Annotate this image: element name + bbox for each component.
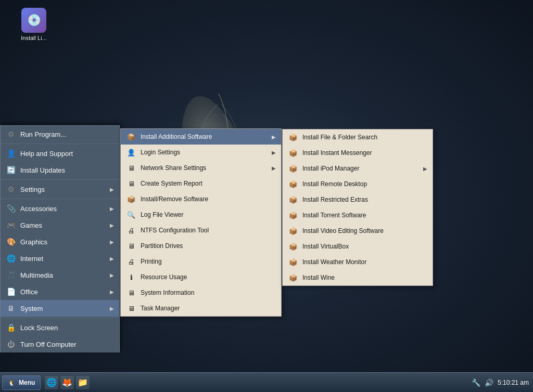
menu-item-run[interactable]: ⚙ Run Program... bbox=[1, 126, 119, 142]
taskbar: 🐧 Menu 🌐 🦊 📁 🔧 🔊 5:10:21 am bbox=[0, 372, 533, 392]
file-folder-search-icon: 📦 bbox=[288, 132, 298, 142]
menu-item-turnoff[interactable]: ⏻ Turn Off Computer bbox=[1, 336, 119, 352]
install-additional-icon: 📦 bbox=[126, 132, 136, 142]
submenu-item-printing[interactable]: 🖨 Printing bbox=[121, 254, 281, 269]
menu-item-games[interactable]: 🎮 Games ▶ bbox=[1, 217, 119, 233]
submenu-item-restricted-extras-label: Install Restricted Extras bbox=[302, 196, 368, 203]
system-submenu: 📦 Install Additional Software ▶ 📦 Instal… bbox=[120, 128, 282, 317]
login-settings-arrow: ▶ bbox=[272, 150, 276, 155]
internet-icon: 🌐 bbox=[6, 253, 16, 264]
submenu-item-remote-desktop-label: Install Remote Desktop bbox=[302, 180, 367, 188]
submenu-item-install-additional[interactable]: 📦 Install Additional Software ▶ 📦 Instal… bbox=[121, 129, 281, 145]
submenu-item-resource-label: Resource Usage bbox=[141, 273, 187, 281]
submenu-item-log-viewer[interactable]: 🔍 Log File Viewer bbox=[121, 207, 281, 223]
submenu-item-taskmanager[interactable]: 🖥 Task Manager bbox=[121, 300, 281, 316]
updates-icon: 🔄 bbox=[6, 165, 16, 175]
submenu-item-network-share-label: Network Share Settings bbox=[141, 164, 206, 172]
menu-item-updates-label: Install Updates bbox=[20, 166, 65, 174]
turnoff-icon: ⏻ bbox=[6, 339, 16, 349]
printing-icon: 🖨 bbox=[126, 256, 136, 267]
submenu-item-instant-messenger-label: Install Instant Messenger bbox=[302, 149, 372, 156]
ntfs-icon: 🖨 bbox=[126, 225, 136, 236]
restricted-extras-icon: 📦 bbox=[288, 194, 298, 205]
internet-arrow: ▶ bbox=[110, 256, 114, 262]
menu-item-settings-label: Settings bbox=[20, 186, 45, 193]
menu-item-internet[interactable]: 🌐 Internet ▶ bbox=[1, 250, 119, 267]
submenu-item-resource[interactable]: ℹ Resource Usage bbox=[121, 269, 281, 285]
system-arrow: ▶ bbox=[110, 306, 114, 311]
submenu-item-log-viewer-label: Log File Viewer bbox=[141, 211, 184, 218]
submenu-item-taskmanager-label: Task Manager bbox=[141, 305, 180, 312]
submenu-item-wine-label: Install Wine bbox=[302, 274, 335, 281]
taskbar-system-tray: 🔧 🔊 5:10:21 am bbox=[472, 378, 533, 387]
network-share-arrow: ▶ bbox=[272, 165, 276, 171]
desktop: 💿 Install Li... ⚙ Run Program... 👤 Help … bbox=[0, 0, 533, 392]
submenu-item-video-editing-label: Install Video Editing Software bbox=[302, 227, 384, 234]
menu-item-turnoff-label: Turn Off Computer bbox=[20, 341, 77, 348]
submenu-item-create-report-label: Create System Report bbox=[141, 180, 202, 187]
menu-item-multimedia[interactable]: 🎵 Multimedia ▶ bbox=[1, 267, 119, 283]
office-icon: 📄 bbox=[6, 286, 16, 297]
virtualbox-icon: 📦 bbox=[288, 241, 298, 252]
tray-icon-volume[interactable]: 🔊 bbox=[485, 378, 493, 387]
install-software-submenu: 📦 Install File & Folder Search 📦 Install… bbox=[282, 129, 433, 286]
submenu-item-partition[interactable]: 🖥 Partition Drives bbox=[121, 238, 281, 254]
submenu-item-file-folder-search[interactable]: 📦 Install File & Folder Search bbox=[283, 129, 433, 145]
install-additional-arrow: ▶ bbox=[272, 134, 276, 140]
menu-item-help[interactable]: 👤 Help and Support bbox=[1, 145, 119, 162]
taskbar-icon-browser[interactable]: 🦊 bbox=[60, 376, 74, 389]
submenu-item-virtualbox[interactable]: 📦 Install VirtualBox bbox=[283, 239, 433, 254]
wine-icon: 📦 bbox=[288, 272, 298, 283]
menu-item-run-label: Run Program... bbox=[20, 130, 66, 138]
submenu-item-partition-label: Partition Drives bbox=[141, 242, 183, 250]
torrent-icon: 📦 bbox=[288, 210, 298, 220]
submenu-item-video-editing[interactable]: 📦 Install Video Editing Software bbox=[283, 223, 433, 239]
submenu-item-install-remove[interactable]: 📦 Install/Remove Software bbox=[121, 191, 281, 207]
submenu-item-wine[interactable]: 📦 Install Wine bbox=[283, 270, 433, 285]
submenu-item-restricted-extras[interactable]: 📦 Install Restricted Extras bbox=[283, 192, 433, 207]
menu-item-graphics[interactable]: 🎨 Graphics ▶ bbox=[1, 233, 119, 250]
submenu-item-login-settings[interactable]: 👤 Login Settings ▶ bbox=[121, 145, 281, 160]
menu-item-accessories[interactable]: 📎 Accessories ▶ bbox=[1, 200, 119, 217]
taskbar-icon-files[interactable]: 📁 bbox=[76, 376, 90, 389]
run-icon: ⚙ bbox=[6, 129, 16, 139]
submenu-item-torrent[interactable]: 📦 Install Torrent Software bbox=[283, 207, 433, 223]
start-menu-panel: ⚙ Run Program... 👤 Help and Support 🔄 In… bbox=[0, 125, 120, 352]
menu-item-settings[interactable]: ⚙ Settings ▶ bbox=[1, 181, 119, 198]
submenu-item-network-share[interactable]: 🖥 Network Share Settings ▶ bbox=[121, 160, 281, 176]
menu-item-lockscreen-label: Lock Screen bbox=[20, 324, 58, 332]
menu-item-help-label: Help and Support bbox=[20, 150, 73, 158]
system-icon: 🖥 bbox=[6, 303, 16, 313]
separator-2 bbox=[1, 179, 119, 180]
create-report-icon: 🖥 bbox=[126, 178, 136, 189]
menu-item-lockscreen[interactable]: 🔒 Lock Screen bbox=[1, 319, 119, 336]
instant-messenger-icon: 📦 bbox=[288, 148, 298, 158]
submenu-item-remote-desktop[interactable]: 📦 Install Remote Desktop bbox=[283, 176, 433, 192]
submenu-item-create-report[interactable]: 🖥 Create System Report bbox=[121, 176, 281, 191]
menu-item-system[interactable]: 🖥 System ▶ 📦 Install Additional Software… bbox=[1, 300, 119, 317]
submenu-item-ntfs[interactable]: 🖨 NTFS Configuration Tool bbox=[121, 223, 281, 238]
desktop-icon-install[interactable]: 💿 Install Li... bbox=[16, 8, 52, 41]
multimedia-arrow: ▶ bbox=[110, 272, 114, 278]
office-arrow: ▶ bbox=[110, 289, 114, 295]
settings-icon: ⚙ bbox=[6, 184, 16, 194]
login-settings-icon: 👤 bbox=[126, 147, 136, 158]
partition-icon: 🖥 bbox=[126, 241, 136, 251]
submenu-item-weather-monitor[interactable]: 📦 Install Weather Monitor bbox=[283, 254, 433, 270]
log-viewer-icon: 🔍 bbox=[126, 210, 136, 220]
submenu-item-weather-monitor-label: Install Weather Monitor bbox=[302, 258, 366, 266]
submenu-item-instant-messenger[interactable]: 📦 Install Instant Messenger bbox=[283, 145, 433, 161]
taskbar-icon-network[interactable]: 🌐 bbox=[45, 376, 58, 389]
remote-desktop-icon: 📦 bbox=[288, 179, 298, 189]
tray-icon-network[interactable]: 🔧 bbox=[472, 378, 480, 387]
submenu-item-virtualbox-label: Install VirtualBox bbox=[302, 243, 349, 250]
desktop-icon-label: Install Li... bbox=[21, 35, 47, 41]
menu-button[interactable]: 🐧 Menu bbox=[2, 375, 41, 390]
settings-arrow: ▶ bbox=[110, 187, 114, 192]
menu-item-office[interactable]: 📄 Office ▶ bbox=[1, 283, 119, 300]
submenu-item-ipod-manager[interactable]: 📦 Install iPod Manager ▶ bbox=[283, 161, 433, 176]
menu-item-updates[interactable]: 🔄 Install Updates bbox=[1, 162, 119, 178]
submenu-item-ipod-manager-label: Install iPod Manager bbox=[302, 165, 359, 172]
lockscreen-icon: 🔒 bbox=[6, 322, 16, 333]
submenu-item-sysinfo[interactable]: 🖥 System Information bbox=[121, 285, 281, 300]
